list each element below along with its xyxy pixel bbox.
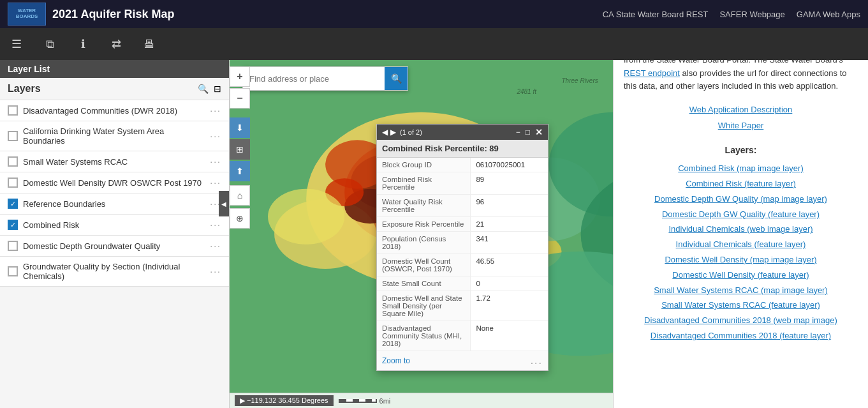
data-layer-link-0[interactable]: Combined Risk (map image layer) bbox=[624, 162, 858, 176]
popup-value-2: 96 bbox=[471, 195, 548, 216]
layer-name-6: Domestic Depth Groundwater Quality bbox=[23, 241, 205, 251]
popup-value-5: 46.55 bbox=[471, 254, 548, 276]
scale-label: 6mi bbox=[379, 397, 391, 405]
popup-maximize-button[interactable]: □ bbox=[526, 127, 530, 137]
popup-label-5: Domestic Well Count (OSWCR, Post 1970) bbox=[377, 254, 471, 276]
layer-options-0[interactable]: ··· bbox=[210, 105, 221, 116]
popup: ◀ ▶ (1 of 2) − □ ✕ Combined Risk Percent… bbox=[376, 124, 548, 371]
map-nav-buttons: ⬇ ⊞ ⬆ ⌂ ⊕ bbox=[230, 117, 250, 229]
white-paper-link[interactable]: White Paper bbox=[624, 119, 858, 133]
coords-arrow: ▶ bbox=[240, 397, 245, 404]
filter-layers-button[interactable]: ⊟ bbox=[214, 84, 221, 94]
data-layer-link-10[interactable]: Disadvantaged Communities 2018 (web map … bbox=[624, 314, 858, 328]
popup-next-button[interactable]: ▶ bbox=[390, 128, 396, 137]
popup-value-6: 0 bbox=[471, 276, 548, 291]
popup-footer-menu[interactable]: ... bbox=[531, 355, 543, 366]
search-icon: 🔍 bbox=[391, 73, 402, 84]
popup-label-4: Population (Census 2018) bbox=[377, 232, 471, 253]
layer-checkbox-0[interactable] bbox=[8, 105, 18, 116]
safer-link[interactable]: SAFER Webpage bbox=[719, 10, 784, 19]
data-layer-link-3[interactable]: Domestic Depth GW Quality (feature layer… bbox=[624, 208, 858, 222]
svg-point-18 bbox=[268, 189, 344, 245]
popup-value-7: 1.72 bbox=[471, 291, 548, 321]
layer-item: Reference Boundaries ··· bbox=[0, 193, 229, 215]
popup-prev-button[interactable]: ◀ bbox=[382, 128, 388, 137]
layer-options-1[interactable]: ··· bbox=[210, 131, 221, 141]
upload-button[interactable]: ⬆ bbox=[230, 161, 250, 181]
data-layer-link-6[interactable]: Domestic Well Density (map image layer) bbox=[624, 253, 858, 267]
zoom-in-button[interactable]: + bbox=[230, 66, 250, 87]
layer-name-1: California Drinking Water System Area Bo… bbox=[23, 126, 205, 146]
layer-options-7[interactable]: ··· bbox=[210, 266, 221, 276]
layer-checkbox-1[interactable] bbox=[8, 131, 18, 141]
data-layer-link-11[interactable]: Disadvantaged Communities 2018 (feature … bbox=[624, 329, 858, 343]
layer-checkbox-4[interactable] bbox=[8, 199, 18, 209]
data-layer-link-1[interactable]: Combined Risk (feature layer) bbox=[624, 178, 858, 191]
popup-row-5: Domestic Well Count (OSWCR, Post 1970) 4… bbox=[377, 254, 548, 276]
sidebar-collapse-arrow[interactable]: ◀ bbox=[219, 191, 229, 216]
popup-value-0: 061070025001 bbox=[471, 158, 548, 172]
layer-options-5[interactable]: ··· bbox=[210, 220, 221, 230]
layer-links-list: Combined Risk (map image layer)Combined … bbox=[624, 162, 858, 343]
layer-list-label: Layer List bbox=[8, 64, 50, 74]
rest-endpoint-link[interactable]: REST endpoint bbox=[624, 68, 680, 78]
layer-options-3[interactable]: ··· bbox=[210, 178, 221, 188]
search-layers-button[interactable]: 🔍 bbox=[198, 84, 209, 94]
layer-options-6[interactable]: ··· bbox=[210, 241, 221, 251]
hamburger-button[interactable]: ☰ bbox=[6, 34, 27, 54]
popup-label-7: Domestic Well and State Small Density (p… bbox=[377, 291, 471, 321]
info-button[interactable]: ℹ bbox=[73, 34, 93, 54]
download-button[interactable]: ⬇ bbox=[230, 117, 250, 138]
layers-section-title: Layers: bbox=[624, 143, 858, 157]
popup-minimize-button[interactable]: − bbox=[516, 127, 520, 137]
search-button[interactable]: 🔍 bbox=[385, 67, 408, 90]
data-layer-link-4[interactable]: Individual Chemicals (web image layer) bbox=[624, 223, 858, 236]
layer-checkbox-3[interactable] bbox=[8, 178, 18, 188]
popup-label-6: State Small Count bbox=[377, 276, 471, 291]
layer-checkbox-7[interactable] bbox=[8, 266, 18, 276]
data-layer-link-5[interactable]: Individual Chemicals (feature layer) bbox=[624, 238, 858, 252]
coords-text: −119.132 36.455 Degrees bbox=[247, 397, 328, 404]
popup-zoom-link[interactable]: Zoom to bbox=[382, 356, 410, 365]
search-input[interactable] bbox=[243, 69, 385, 89]
layer-checkbox-6[interactable] bbox=[8, 241, 18, 251]
share-icon: ⇄ bbox=[112, 37, 121, 51]
grid-button[interactable]: ⊞ bbox=[230, 139, 250, 160]
ca-rest-link[interactable]: CA State Water Board REST bbox=[603, 10, 709, 19]
data-layer-link-8[interactable]: Small Water Systems RCAC (map image laye… bbox=[624, 284, 858, 298]
data-layer-link-9[interactable]: Small Water Systems RCAC (feature layer) bbox=[624, 299, 858, 312]
home-button[interactable]: ⌂ bbox=[230, 185, 250, 206]
layer-item: Combined Risk ··· bbox=[0, 215, 229, 236]
popup-close-button[interactable]: ✕ bbox=[535, 127, 543, 137]
popup-nav: ◀ ▶ (1 of 2) bbox=[382, 128, 422, 137]
popup-row-2: Water Quality Risk Percentile 96 bbox=[377, 195, 548, 217]
popup-row-0: Block Group ID 061070025001 bbox=[377, 158, 548, 172]
layers-button[interactable]: ⧉ bbox=[40, 34, 60, 54]
data-layer-link-7[interactable]: Domestic Well Density (feature layer) bbox=[624, 269, 858, 282]
popup-header: ◀ ▶ (1 of 2) − □ ✕ bbox=[377, 125, 548, 140]
data-layer-link-2[interactable]: Domestic Depth GW Quality (map image lay… bbox=[624, 193, 858, 206]
share-button[interactable]: ⇄ bbox=[106, 34, 126, 54]
layers-header: Layers 🔍 ⊟ bbox=[0, 78, 229, 100]
popup-row-4: Population (Census 2018) 341 bbox=[377, 232, 548, 254]
layer-checkbox-5[interactable] bbox=[8, 220, 18, 230]
gama-link[interactable]: GAMA Web Apps bbox=[797, 10, 860, 19]
web-app-desc-link[interactable]: Web Application Description bbox=[624, 103, 858, 117]
logo-text: WATER BOARDS bbox=[8, 8, 45, 20]
layer-checkbox-2[interactable] bbox=[8, 156, 18, 167]
layer-item: Disadvantaged Communities (DWR 2018) ··· bbox=[0, 100, 229, 121]
header-links: CA State Water Board REST SAFER Webpage … bbox=[603, 10, 860, 19]
print-button[interactable]: 🖶 bbox=[139, 34, 159, 54]
popup-value-4: 341 bbox=[471, 232, 548, 253]
scale-bar-graphic bbox=[339, 399, 377, 403]
data-download-panel: Data Download ✕ The following data table… bbox=[613, 0, 868, 408]
toolbar: ☰ ⧉ ℹ ⇄ 🖶 bbox=[0, 28, 868, 60]
popup-label-2: Water Quality Risk Percentile bbox=[377, 195, 471, 216]
popup-label-0: Block Group ID bbox=[377, 158, 471, 172]
layer-item: California Drinking Water System Area Bo… bbox=[0, 121, 229, 151]
layer-options-2[interactable]: ··· bbox=[210, 156, 221, 167]
coordinates-display: ▶ −119.132 36.455 Degrees bbox=[235, 395, 334, 406]
locate-button[interactable]: ⊕ bbox=[230, 208, 250, 229]
zoom-out-button[interactable]: − bbox=[230, 88, 250, 109]
popup-row-8: Disadvantaged Community Status (MHI, 201… bbox=[377, 321, 548, 351]
